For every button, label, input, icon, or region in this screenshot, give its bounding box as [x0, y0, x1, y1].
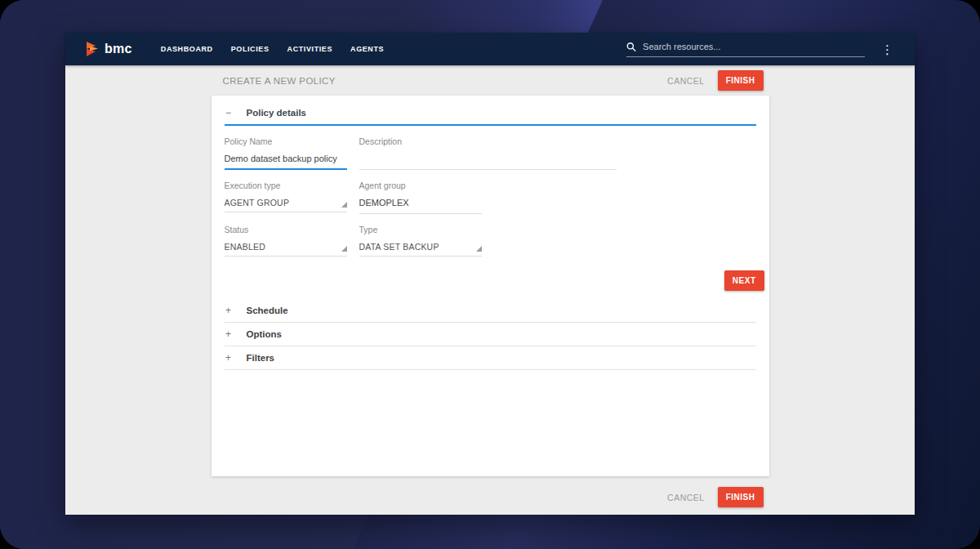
execution-type-value: AGENT GROUP: [225, 198, 290, 208]
footer-finish-button[interactable]: FINISH: [718, 487, 764, 507]
page-title: CREATE A NEW POLICY: [223, 76, 336, 86]
active-section-underline: [225, 124, 756, 126]
page-header: CREATE A NEW POLICY CANCEL FINISH: [212, 65, 769, 96]
brand-name: bmc: [105, 42, 132, 56]
nav-activities[interactable]: ACTIVITIES: [278, 45, 342, 53]
status-select[interactable]: ENABLED: [225, 234, 347, 257]
nav-agents[interactable]: AGENTS: [341, 45, 393, 53]
bmc-logo-icon: [83, 41, 101, 57]
status-field: Status ENABLED: [225, 225, 347, 257]
header-actions: CANCEL FINISH: [667, 70, 763, 91]
execution-type-field: Execution type AGENT GROUP: [225, 181, 347, 214]
section-policy-details-label: Policy details: [247, 108, 307, 118]
type-label: Type: [359, 225, 482, 234]
type-value: DATA SET BACKUP: [359, 242, 439, 252]
type-field: Type DATA SET BACKUP: [359, 225, 482, 257]
agent-group-input[interactable]: [359, 190, 482, 214]
dropdown-triangle-icon: [476, 246, 482, 252]
policy-name-field: Policy Name: [225, 136, 347, 170]
expand-icon: +: [225, 305, 233, 316]
app-window: bmc DASHBOARD POLICIES ACTIVITIES AGENTS…: [65, 33, 915, 515]
dropdown-triangle-icon: [341, 246, 347, 252]
search-box[interactable]: [626, 42, 865, 57]
kebab-menu-icon[interactable]: ⋮: [878, 42, 897, 57]
section-options[interactable]: + Options: [225, 323, 756, 346]
top-navigation-bar: bmc DASHBOARD POLICIES ACTIVITIES AGENTS…: [65, 33, 915, 65]
form-area: − Policy details Policy Name Description: [212, 96, 769, 507]
execution-type-select[interactable]: AGENT GROUP: [225, 190, 347, 212]
section-filters[interactable]: + Filters: [225, 346, 756, 370]
section-schedule[interactable]: + Schedule: [225, 299, 756, 323]
nav-dashboard[interactable]: DASHBOARD: [152, 45, 222, 53]
search-input[interactable]: [643, 42, 865, 51]
expand-icon: +: [225, 328, 233, 340]
bmc-logo: bmc: [83, 41, 132, 57]
expand-icon: +: [225, 352, 233, 364]
section-policy-details[interactable]: − Policy details: [225, 96, 756, 124]
footer-cancel-button[interactable]: CANCEL: [667, 493, 705, 502]
next-button[interactable]: NEXT: [724, 270, 764, 291]
agent-group-label: Agent group: [359, 181, 482, 190]
agent-group-field: Agent group: [359, 181, 482, 214]
status-label: Status: [225, 225, 347, 234]
policy-form-card: − Policy details Policy Name Description: [212, 96, 769, 476]
desktop-background: bmc DASHBOARD POLICIES ACTIVITIES AGENTS…: [0, 0, 980, 549]
primary-nav: DASHBOARD POLICIES ACTIVITIES AGENTS: [152, 45, 393, 53]
footer-actions: CANCEL FINISH: [212, 476, 769, 507]
status-value: ENABLED: [225, 242, 265, 252]
description-field: Description: [359, 136, 617, 170]
policy-name-label: Policy Name: [225, 136, 347, 146]
section-filters-label: Filters: [247, 353, 275, 363]
dropdown-triangle-icon: [341, 202, 347, 208]
section-options-label: Options: [247, 329, 282, 339]
nav-right-tools: ⋮: [626, 42, 897, 57]
policy-name-input[interactable]: [225, 146, 347, 170]
search-icon: [626, 42, 636, 52]
form-row-1: Policy Name Description: [225, 136, 756, 170]
execution-type-label: Execution type: [225, 181, 347, 190]
finish-button[interactable]: FINISH: [718, 70, 764, 91]
collapse-icon: −: [225, 107, 233, 118]
description-label: Description: [359, 136, 617, 146]
description-input[interactable]: [359, 146, 617, 170]
next-row: NEXT: [225, 270, 764, 291]
page-content: CREATE A NEW POLICY CANCEL FINISH − Poli…: [65, 65, 915, 515]
type-select[interactable]: DATA SET BACKUP: [359, 234, 482, 257]
form-row-3: Status ENABLED Type DATA SET BACKUP: [225, 225, 756, 257]
cancel-button[interactable]: CANCEL: [667, 76, 705, 86]
form-row-2: Execution type AGENT GROUP Agent group: [225, 181, 756, 214]
nav-policies[interactable]: POLICIES: [222, 45, 278, 53]
section-schedule-label: Schedule: [247, 306, 288, 315]
